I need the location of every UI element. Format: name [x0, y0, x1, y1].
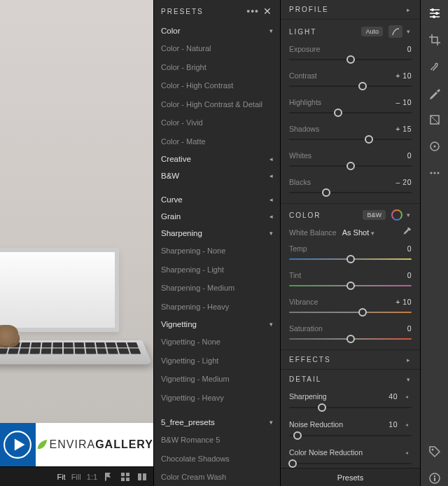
- slider-value: 0: [407, 45, 412, 53]
- preset-item[interactable]: Sharpening - Light: [154, 261, 280, 279]
- preset-group-header[interactable]: Sharpening▾: [154, 225, 280, 242]
- white-balance-select[interactable]: As Shot: [342, 228, 374, 237]
- preset-item[interactable]: Sharpening - Medium: [154, 279, 280, 298]
- preset-item[interactable]: Color - Vivid: [154, 113, 280, 132]
- slider-track[interactable]: [289, 188, 412, 197]
- presets-list[interactable]: Color▾Color - NaturalColor - BrightColor…: [154, 22, 280, 486]
- bw-button[interactable]: B&W: [363, 210, 386, 220]
- tone-curve-icon[interactable]: [388, 25, 402, 38]
- slider-shadows: Shadows+ 15: [281, 123, 420, 150]
- preset-group-header[interactable]: Grain◂: [154, 208, 280, 225]
- chevron-down-icon: ▾: [407, 376, 412, 383]
- presets-toggle-button[interactable]: Presets: [281, 468, 420, 486]
- zoom-fill[interactable]: Fill: [71, 473, 81, 481]
- chevron-down-icon: ▾: [407, 28, 412, 35]
- slider-value: 0: [407, 324, 412, 333]
- preset-item[interactable]: Vignetting - None: [154, 333, 280, 352]
- preset-item[interactable]: Color Cream Wash: [154, 468, 280, 486]
- brush-icon[interactable]: [427, 85, 442, 101]
- color-mixer-icon[interactable]: [391, 209, 402, 221]
- preset-item[interactable]: Color - High Contrast: [154, 76, 280, 95]
- light-header[interactable]: LIGHT Auto ▾: [281, 19, 420, 43]
- svg-rect-20: [434, 475, 435, 477]
- crop-icon[interactable]: [427, 32, 442, 48]
- preset-item[interactable]: Vignetting - Medium: [154, 370, 280, 389]
- preset-group-header[interactable]: B&W◂: [154, 167, 280, 184]
- flag-icon[interactable]: [103, 471, 114, 482]
- preset-item[interactable]: Vignetting - Light: [154, 352, 280, 370]
- detail-track[interactable]: [289, 403, 412, 412]
- slider-track[interactable]: [289, 254, 412, 264]
- preset-item[interactable]: Color - Matte: [154, 132, 280, 151]
- photo-canvas[interactable]: [0, 0, 153, 423]
- preset-group-header[interactable]: Color▾: [154, 22, 280, 39]
- svg-point-10: [433, 15, 435, 18]
- preset-item[interactable]: Vignetting - Heavy: [154, 389, 280, 408]
- detail-track[interactable]: [289, 459, 412, 468]
- expand-icon[interactable]: ◂: [402, 419, 412, 429]
- presets-menu-icon[interactable]: •••: [246, 6, 259, 16]
- detail-value: 10: [388, 420, 398, 429]
- slider-label: Exposure: [289, 45, 320, 53]
- preset-item[interactable]: Sharpening - Heavy: [154, 298, 280, 317]
- preset-group-header[interactable]: 5_free_presets▾: [154, 414, 280, 431]
- preset-item[interactable]: Color - Natural: [154, 39, 280, 58]
- slider-label: Highlights: [289, 98, 321, 106]
- compare-icon[interactable]: [136, 471, 148, 482]
- preset-item[interactable]: Color - Bright: [154, 58, 280, 77]
- svg-point-17: [431, 449, 433, 451]
- linear-gradient-icon[interactable]: [427, 112, 442, 127]
- expand-icon[interactable]: ◂: [402, 447, 412, 457]
- slider-highlights: Highlights– 10: [281, 97, 420, 123]
- svg-rect-19: [434, 478, 435, 481]
- slider-track[interactable]: [289, 108, 412, 118]
- preset-group-header[interactable]: Vignetting▾: [154, 316, 280, 333]
- zoom-fit[interactable]: Fit: [57, 473, 65, 481]
- detail-track[interactable]: [289, 431, 412, 440]
- radial-gradient-icon[interactable]: [427, 139, 442, 154]
- close-icon[interactable]: ✕: [263, 6, 273, 16]
- grid-icon[interactable]: [120, 471, 131, 482]
- svg-point-15: [433, 172, 435, 174]
- chevron-down-icon: ▾: [407, 211, 412, 218]
- detail-sharpening: Sharpening 40 ◂: [281, 389, 420, 403]
- detail-header[interactable]: DETAIL ▾: [281, 369, 420, 389]
- expand-icon[interactable]: ◂: [402, 391, 412, 401]
- preset-group-header[interactable]: Creative◂: [154, 151, 280, 167]
- slider-track[interactable]: [289, 307, 412, 317]
- slider-track[interactable]: [289, 281, 412, 291]
- slider-track[interactable]: [289, 55, 412, 64]
- tool-strip: [420, 0, 448, 486]
- zoom-1-1[interactable]: 1:1: [87, 473, 97, 481]
- svg-marker-1: [15, 439, 25, 451]
- detail-noise-reduction: Noise Reduction 10 ◂: [281, 417, 420, 431]
- slider-track[interactable]: [289, 161, 412, 171]
- slider-track[interactable]: [289, 81, 412, 91]
- more-icon[interactable]: [427, 165, 442, 181]
- edit-scroll[interactable]: PROFILE ▸ LIGHT Auto ▾ Exposure0 Contras…: [281, 0, 420, 468]
- preset-item[interactable]: Chocolate Shadows: [154, 450, 280, 468]
- logo-text-2: GALLERY: [95, 438, 153, 451]
- eyedropper-icon[interactable]: [402, 228, 412, 237]
- healing-brush-icon[interactable]: [427, 59, 442, 74]
- slider-label: Vibrance: [289, 298, 318, 306]
- slider-track[interactable]: [289, 134, 412, 144]
- presets-panel: PRESETS ••• ✕ Color▾Color - NaturalColor…: [153, 0, 281, 486]
- preset-item[interactable]: B&W Romance 5: [154, 431, 280, 450]
- svg-rect-7: [143, 473, 146, 480]
- detail-title: DETAIL: [289, 375, 321, 383]
- edit-sliders-icon[interactable]: [427, 6, 442, 21]
- slider-track[interactable]: [289, 334, 412, 344]
- profile-header[interactable]: PROFILE ▸: [281, 0, 420, 19]
- color-header[interactable]: COLOR B&W ▾: [281, 203, 420, 226]
- preset-group-header[interactable]: Curve◂: [154, 191, 280, 208]
- preset-item[interactable]: Sharpening - None: [154, 242, 280, 261]
- detail-label: Noise Reduction: [289, 420, 388, 429]
- info-icon[interactable]: [427, 471, 442, 486]
- effects-title: EFFECTS: [289, 356, 331, 363]
- effects-header[interactable]: EFFECTS ▸: [281, 349, 420, 369]
- tag-icon[interactable]: [427, 444, 442, 459]
- color-title: COLOR: [289, 211, 321, 219]
- auto-button[interactable]: Auto: [361, 27, 383, 36]
- preset-item[interactable]: Color - High Contrast & Detail: [154, 95, 280, 114]
